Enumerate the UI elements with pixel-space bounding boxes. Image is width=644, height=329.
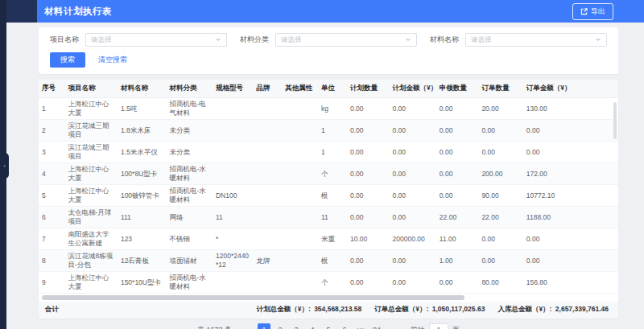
export-icon	[580, 8, 588, 15]
table-cell: 滨江花城8栋项目-分包	[64, 250, 118, 272]
export-button-label: 导出	[591, 6, 605, 17]
table-cell: 0.00	[436, 120, 479, 142]
table-row[interactable]: 9上海松江中心大厦150*10U型卡招商机电-水暖材料个0.000.000.00…	[39, 272, 618, 294]
column-header: 计划数量	[347, 80, 390, 98]
table-cell	[282, 250, 318, 272]
select-placeholder: 请选择	[91, 35, 112, 45]
table-cell: 南阳盛达大学生公寓新建	[64, 228, 118, 250]
page-number-button[interactable]: 5	[322, 323, 335, 329]
main-content: 项目名称 请选择 材料分类 请选择 材料名称	[6, 23, 644, 329]
table-cell: 80.00	[478, 272, 522, 294]
inbound-total-label: 入库总金额（¥）:	[497, 305, 551, 313]
column-header: 序号	[39, 80, 64, 98]
next-page-button[interactable]: ›	[388, 323, 401, 329]
table-cell: 22.00	[436, 207, 479, 228]
table-cell: 4	[39, 163, 64, 185]
table-cell: 0.00	[390, 250, 436, 272]
chevron-down-icon	[405, 36, 411, 44]
page-number-button[interactable]: 6	[338, 323, 351, 329]
page-number-button[interactable]: 1	[258, 323, 270, 329]
table-cell: 111	[118, 207, 166, 228]
table-cell: *	[213, 228, 253, 250]
table-row[interactable]: 4上海松江中心大厦100*8U型卡招商机电-水暖材料个0.000.000.002…	[39, 163, 618, 185]
table-header-row: 序号项目名称材料名称材料分类规格型号品牌其他属性单位计划数量计划金额（¥）申领数…	[39, 80, 618, 98]
table-cell: 5	[39, 185, 64, 207]
export-button[interactable]: 导出	[572, 3, 613, 20]
table-cell: 11	[213, 207, 253, 228]
table-row[interactable]: 5上海松江中心大厦100镀锌管卡招商机电-水暖材料DN100根0.000.000…	[39, 185, 618, 207]
table-row[interactable]: 6太仓电梯-月球项目111网络11110.000.0022.0022.00118…	[39, 207, 618, 228]
table-cell: 上海松江中心大厦	[64, 272, 118, 294]
material-name-select[interactable]: 请选择	[465, 33, 607, 47]
table-cell: 1.00	[436, 250, 479, 272]
table-row[interactable]: 2滨江花城三期项目1.8米木床未分类10.000.000.000.000.00	[39, 120, 618, 142]
table-cell: 0.00	[390, 207, 436, 228]
table-cell: 上海松江中心大厦	[64, 98, 118, 120]
table-cell: 未分类	[166, 120, 213, 142]
column-header: 规格型号	[213, 80, 253, 98]
table-cell: 0.00	[390, 185, 436, 207]
page-number-button[interactable]: 3	[290, 323, 303, 329]
table-cell: 1.5吨	[118, 98, 166, 120]
table-cell: 根	[318, 250, 347, 272]
table-cell: 根	[318, 185, 347, 207]
table-row[interactable]: 1上海松江中心大厦1.5吨招商机电-电气材料kg0.000.000.0020.0…	[39, 98, 618, 120]
table-cell: 0.00	[523, 228, 618, 250]
material-category-select[interactable]: 请选择	[275, 33, 417, 47]
horizontal-scrollbar[interactable]	[42, 295, 464, 300]
filter-panel: 项目名称 请选择 材料分类 请选择 材料名称	[39, 27, 618, 74]
page-number-button[interactable]: 84	[370, 323, 383, 329]
page-ellipsis[interactable]: •••	[354, 323, 367, 329]
table-cell: 123	[118, 228, 166, 250]
order-total-label: 订单总金额（¥）:	[374, 305, 428, 313]
table-row[interactable]: 8滨江花城8栋项目-分包12石膏板墙面辅材1200*2440*12龙牌根0.00…	[39, 250, 618, 272]
table-cell: 3	[39, 142, 64, 163]
chevron-down-icon	[595, 36, 601, 44]
project-name-select[interactable]: 请选择	[85, 33, 227, 47]
filter-label: 材料分类	[240, 35, 269, 45]
page-number-button[interactable]: 4	[306, 323, 319, 329]
inbound-total-amount: 入库总金额（¥）: 2,657,339,761.46	[497, 305, 609, 315]
inbound-total-value: 2,657,339,761.46	[555, 305, 609, 313]
goto-page-input[interactable]	[429, 323, 448, 329]
column-header: 申领数量	[436, 80, 479, 98]
table-row[interactable]: 7南阳盛达大学生公寓新建123不锈钢*米重10.00200000.0011.00…	[39, 228, 618, 250]
planned-total-label: 计划总金额（¥）:	[257, 305, 311, 313]
page-number-button[interactable]: 2	[274, 323, 287, 329]
table-cell	[282, 228, 318, 250]
table-cell: 6	[39, 207, 64, 228]
summary-totals: 计划总金额（¥）: 354,568,213.58 订单总金额（¥）: 1,050…	[257, 305, 609, 315]
clear-search-link[interactable]: 清空搜索	[98, 55, 127, 65]
table-cell	[213, 98, 253, 120]
column-header: 项目名称	[64, 80, 118, 98]
search-button[interactable]: 搜索	[50, 52, 85, 68]
table-cell: 130.00	[523, 98, 618, 120]
sidebar-expand-handle[interactable]: ›	[0, 153, 9, 179]
table-cell: 墙面辅材	[166, 250, 213, 272]
table-cell: 0.00	[347, 98, 390, 120]
column-header: 品牌	[253, 80, 282, 98]
vertical-scrollbar[interactable]	[613, 102, 617, 139]
table-cell: 100镀锌管卡	[118, 185, 166, 207]
table-cell: 11.00	[436, 228, 479, 250]
filter-material-category: 材料分类 请选择	[240, 33, 417, 47]
goto-page-group: 前往 页	[411, 323, 460, 329]
select-placeholder: 请选择	[471, 35, 492, 45]
filter-label: 材料名称	[430, 35, 459, 45]
table-cell: 0.00	[436, 185, 479, 207]
table-cell: DN100	[213, 185, 253, 207]
table-cell: 0.00	[347, 163, 390, 185]
column-header: 订单金额（¥）	[523, 80, 618, 98]
page-title: 材料计划执行表	[44, 6, 112, 18]
table-cell: 0.00	[523, 142, 618, 163]
column-header: 其他属性	[282, 80, 318, 98]
previous-page-button[interactable]: ‹	[240, 323, 253, 329]
table-cell	[253, 228, 282, 250]
chevron-down-icon	[215, 36, 221, 44]
table-cell: 个	[318, 163, 347, 185]
filter-row: 项目名称 请选择 材料分类 请选择 材料名称	[50, 33, 607, 47]
table-row[interactable]: 3滨江花城三期项目1.5米水平仪未分类10.000.000.000.000.00	[39, 142, 618, 163]
table-cell	[213, 142, 253, 163]
table-cell: 8	[39, 250, 64, 272]
materials-table: 序号项目名称材料名称材料分类规格型号品牌其他属性单位计划数量计划金额（¥）申领数…	[39, 80, 618, 294]
